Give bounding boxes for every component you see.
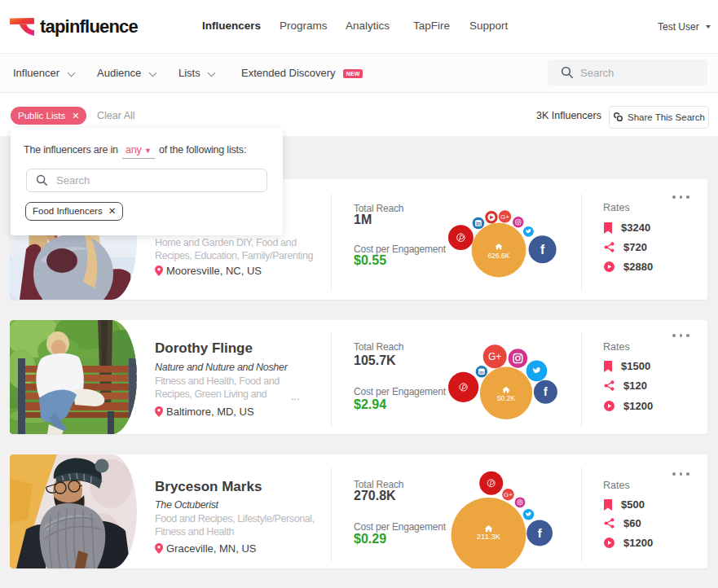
svg-text:in: in: [479, 369, 484, 375]
svg-text:f: f: [538, 527, 542, 540]
svg-text:211.3K: 211.3K: [477, 532, 501, 541]
svg-text:f: f: [544, 386, 548, 398]
svg-text:626.6K: 626.6K: [488, 252, 510, 260]
svg-text:G+: G+: [504, 491, 513, 498]
svg-text:G+: G+: [488, 351, 501, 362]
svg-text:50.2K: 50.2K: [497, 394, 516, 402]
svg-text:f: f: [540, 243, 545, 257]
svg-text:in: in: [476, 221, 481, 226]
svg-text:G+: G+: [500, 213, 509, 221]
